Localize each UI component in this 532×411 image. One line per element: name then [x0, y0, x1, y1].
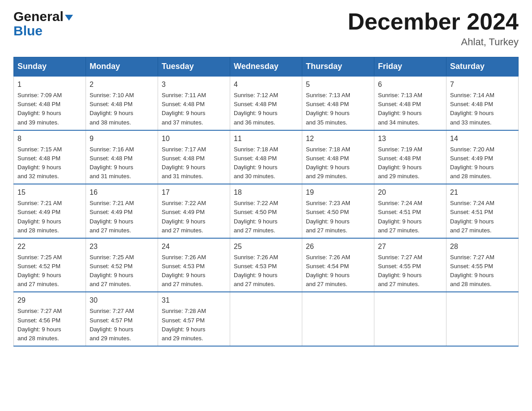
table-row: [230, 292, 302, 346]
day-info: Sunrise: 7:26 AMSunset: 4:53 PMDaylight:…: [234, 254, 278, 287]
day-info: Sunrise: 7:11 AMSunset: 4:48 PMDaylight:…: [162, 92, 206, 125]
table-row: 2 Sunrise: 7:10 AMSunset: 4:48 PMDayligh…: [86, 76, 158, 130]
header-saturday: Saturday: [446, 57, 519, 77]
table-row: 18 Sunrise: 7:22 AMSunset: 4:50 PMDaylig…: [230, 184, 302, 238]
day-number: 8: [17, 133, 82, 144]
day-info: Sunrise: 7:21 AMSunset: 4:49 PMDaylight:…: [90, 200, 134, 233]
table-row: 14 Sunrise: 7:20 AMSunset: 4:49 PMDaylig…: [446, 130, 519, 184]
title-section: December 2024 Ahlat, Turkey: [348, 9, 519, 48]
day-info: Sunrise: 7:16 AMSunset: 4:48 PMDaylight:…: [90, 146, 134, 180]
table-row: 24 Sunrise: 7:26 AMSunset: 4:53 PMDaylig…: [158, 238, 230, 292]
table-row: 19 Sunrise: 7:23 AMSunset: 4:50 PMDaylig…: [302, 184, 374, 238]
day-number: 13: [378, 133, 442, 144]
day-number: 4: [234, 79, 298, 90]
header-friday: Friday: [374, 57, 446, 77]
table-row: 28 Sunrise: 7:27 AMSunset: 4:55 PMDaylig…: [446, 238, 519, 292]
day-number: 14: [450, 133, 515, 144]
calendar-week-row: 29 Sunrise: 7:27 AMSunset: 4:56 PMDaylig…: [14, 292, 519, 346]
day-info: Sunrise: 7:27 AMSunset: 4:55 PMDaylight:…: [378, 254, 422, 287]
day-info: Sunrise: 7:18 AMSunset: 4:48 PMDaylight:…: [234, 146, 278, 180]
day-number: 31: [162, 295, 226, 306]
logo: General Blue: [13, 9, 73, 38]
calendar-week-row: 1 Sunrise: 7:09 AMSunset: 4:48 PMDayligh…: [14, 76, 519, 130]
table-row: 22 Sunrise: 7:25 AMSunset: 4:52 PMDaylig…: [14, 238, 86, 292]
day-number: 5: [306, 79, 370, 90]
table-row: 31 Sunrise: 7:28 AMSunset: 4:57 PMDaylig…: [158, 292, 230, 346]
table-row: 6 Sunrise: 7:13 AMSunset: 4:48 PMDayligh…: [374, 76, 446, 130]
day-number: 21: [450, 187, 515, 198]
day-number: 12: [306, 133, 370, 144]
weekday-header-row: Sunday Monday Tuesday Wednesday Thursday…: [14, 57, 519, 77]
day-number: 28: [450, 241, 515, 252]
day-info: Sunrise: 7:26 AMSunset: 4:53 PMDaylight:…: [162, 254, 206, 287]
header-sunday: Sunday: [14, 57, 86, 77]
day-number: 25: [234, 241, 298, 252]
table-row: 30 Sunrise: 7:27 AMSunset: 4:57 PMDaylig…: [86, 292, 158, 346]
day-info: Sunrise: 7:28 AMSunset: 4:57 PMDaylight:…: [162, 308, 206, 341]
day-info: Sunrise: 7:12 AMSunset: 4:48 PMDaylight:…: [234, 92, 278, 125]
day-info: Sunrise: 7:22 AMSunset: 4:50 PMDaylight:…: [234, 200, 278, 233]
day-number: 27: [378, 241, 442, 252]
table-row: 16 Sunrise: 7:21 AMSunset: 4:49 PMDaylig…: [86, 184, 158, 238]
table-row: 9 Sunrise: 7:16 AMSunset: 4:48 PMDayligh…: [86, 130, 158, 184]
location-subtitle: Ahlat, Turkey: [348, 36, 519, 48]
logo-triangle-icon: [65, 15, 73, 21]
table-row: 7 Sunrise: 7:14 AMSunset: 4:48 PMDayligh…: [446, 76, 519, 130]
day-number: 19: [306, 187, 370, 198]
day-number: 22: [17, 241, 82, 252]
day-info: Sunrise: 7:18 AMSunset: 4:48 PMDaylight:…: [306, 146, 350, 180]
day-number: 15: [17, 187, 82, 198]
day-info: Sunrise: 7:13 AMSunset: 4:48 PMDaylight:…: [306, 92, 350, 125]
day-info: Sunrise: 7:25 AMSunset: 4:52 PMDaylight:…: [90, 254, 134, 287]
table-row: 12 Sunrise: 7:18 AMSunset: 4:48 PMDaylig…: [302, 130, 374, 184]
table-row: 29 Sunrise: 7:27 AMSunset: 4:56 PMDaylig…: [14, 292, 86, 346]
table-row: [446, 292, 519, 346]
table-row: 10 Sunrise: 7:17 AMSunset: 4:48 PMDaylig…: [158, 130, 230, 184]
day-number: 11: [234, 133, 298, 144]
day-info: Sunrise: 7:27 AMSunset: 4:56 PMDaylight:…: [17, 308, 62, 341]
day-info: Sunrise: 7:21 AMSunset: 4:49 PMDaylight:…: [17, 200, 62, 233]
table-row: 20 Sunrise: 7:24 AMSunset: 4:51 PMDaylig…: [374, 184, 446, 238]
table-row: 26 Sunrise: 7:26 AMSunset: 4:54 PMDaylig…: [302, 238, 374, 292]
day-number: 3: [162, 79, 226, 90]
table-row: 13 Sunrise: 7:19 AMSunset: 4:48 PMDaylig…: [374, 130, 446, 184]
day-number: 17: [162, 187, 226, 198]
table-row: 8 Sunrise: 7:15 AMSunset: 4:48 PMDayligh…: [14, 130, 86, 184]
calendar-week-row: 15 Sunrise: 7:21 AMSunset: 4:49 PMDaylig…: [14, 184, 519, 238]
table-row: 17 Sunrise: 7:22 AMSunset: 4:49 PMDaylig…: [158, 184, 230, 238]
table-row: 21 Sunrise: 7:24 AMSunset: 4:51 PMDaylig…: [446, 184, 519, 238]
table-row: 3 Sunrise: 7:11 AMSunset: 4:48 PMDayligh…: [158, 76, 230, 130]
day-number: 7: [450, 79, 515, 90]
table-row: 4 Sunrise: 7:12 AMSunset: 4:48 PMDayligh…: [230, 76, 302, 130]
day-number: 9: [90, 133, 154, 144]
day-info: Sunrise: 7:15 AMSunset: 4:48 PMDaylight:…: [17, 146, 62, 180]
table-row: 23 Sunrise: 7:25 AMSunset: 4:52 PMDaylig…: [86, 238, 158, 292]
day-number: 18: [234, 187, 298, 198]
calendar-week-row: 22 Sunrise: 7:25 AMSunset: 4:52 PMDaylig…: [14, 238, 519, 292]
day-number: 24: [162, 241, 226, 252]
month-year-title: December 2024: [348, 9, 519, 34]
day-info: Sunrise: 7:24 AMSunset: 4:51 PMDaylight:…: [378, 200, 422, 233]
table-row: 25 Sunrise: 7:26 AMSunset: 4:53 PMDaylig…: [230, 238, 302, 292]
table-row: 27 Sunrise: 7:27 AMSunset: 4:55 PMDaylig…: [374, 238, 446, 292]
page-header: General Blue December 2024 Ahlat, Turkey: [13, 9, 519, 48]
day-info: Sunrise: 7:19 AMSunset: 4:48 PMDaylight:…: [378, 146, 422, 180]
day-info: Sunrise: 7:22 AMSunset: 4:49 PMDaylight:…: [162, 200, 206, 233]
calendar-week-row: 8 Sunrise: 7:15 AMSunset: 4:48 PMDayligh…: [14, 130, 519, 184]
day-number: 6: [378, 79, 442, 90]
day-number: 23: [90, 241, 154, 252]
table-row: [302, 292, 374, 346]
day-number: 20: [378, 187, 442, 198]
table-row: 15 Sunrise: 7:21 AMSunset: 4:49 PMDaylig…: [14, 184, 86, 238]
day-number: 10: [162, 133, 226, 144]
day-info: Sunrise: 7:24 AMSunset: 4:51 PMDaylight:…: [450, 200, 494, 233]
table-row: 1 Sunrise: 7:09 AMSunset: 4:48 PMDayligh…: [14, 76, 86, 130]
logo-general: General: [13, 9, 64, 24]
day-info: Sunrise: 7:17 AMSunset: 4:48 PMDaylight:…: [162, 146, 206, 180]
table-row: 5 Sunrise: 7:13 AMSunset: 4:48 PMDayligh…: [302, 76, 374, 130]
day-info: Sunrise: 7:09 AMSunset: 4:48 PMDaylight:…: [17, 92, 62, 125]
calendar-table: Sunday Monday Tuesday Wednesday Thursday…: [13, 57, 519, 347]
table-row: 11 Sunrise: 7:18 AMSunset: 4:48 PMDaylig…: [230, 130, 302, 184]
table-row: [374, 292, 446, 346]
header-wednesday: Wednesday: [230, 57, 302, 77]
